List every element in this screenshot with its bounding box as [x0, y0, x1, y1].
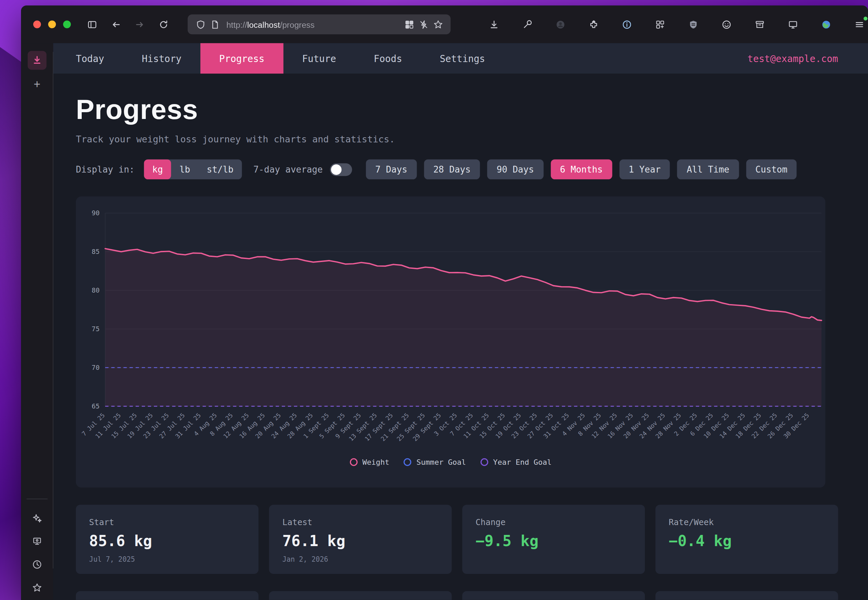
lightning-off-icon[interactable]: [417, 17, 430, 32]
app-root: TodayHistoryProgressFutureFoodsSettings …: [53, 43, 868, 600]
page-info-icon[interactable]: [208, 17, 222, 32]
range-button-90-days[interactable]: 90 Days: [487, 159, 544, 179]
reload-icon[interactable]: [155, 15, 172, 33]
range-button-7-days[interactable]: 7 Days: [366, 159, 417, 179]
legend-label: Year End Goal: [493, 458, 551, 467]
minimize-window-button[interactable]: [48, 20, 56, 28]
unit-button-kg[interactable]: kg: [144, 159, 171, 179]
range-button-6-months[interactable]: 6 Months: [551, 159, 612, 179]
url-text[interactable]: http://localhost/progress: [227, 20, 402, 29]
browser-titlebar: http://localhost/progress: [21, 5, 868, 43]
tracking-protection-shield-icon[interactable]: [193, 17, 208, 32]
vertical-toolbar: +: [21, 43, 53, 600]
weight-chart[interactable]: 9085807570657 Jul 2511 Jul 2515 Jul 2519…: [76, 197, 826, 457]
downloads-panel-button[interactable]: [28, 51, 47, 70]
menu-hamburger-icon[interactable]: [850, 15, 868, 33]
stat-card-start: Start85.6 kgJul 7, 2025: [76, 505, 259, 574]
page-subtitle: Track your weight loss journey with char…: [76, 134, 868, 144]
bookmarks-star-icon[interactable]: [28, 579, 46, 597]
new-tab-button[interactable]: +: [33, 77, 40, 91]
stat-value: 85.6 kg: [89, 533, 245, 550]
nav-item-future[interactable]: Future: [283, 43, 354, 74]
svg-text:85: 85: [92, 248, 100, 256]
stat-value: −9.5 kg: [476, 533, 631, 550]
zoom-window-button[interactable]: [63, 20, 71, 28]
menu-update-dot: [863, 17, 867, 20]
stat-label: Rate/Week: [669, 518, 825, 527]
history-clock-icon[interactable]: [28, 556, 46, 573]
stat-sub: Jul 7, 2025: [89, 555, 245, 564]
close-window-button[interactable]: [33, 20, 41, 28]
nav-item-today[interactable]: Today: [57, 43, 123, 74]
screen-monitor-icon[interactable]: [784, 15, 801, 33]
archive-box-icon[interactable]: [751, 15, 768, 33]
nav-item-foods[interactable]: Foods: [355, 43, 421, 74]
containers-icon[interactable]: [402, 17, 416, 32]
range-button-1-year[interactable]: 1 Year: [619, 159, 670, 179]
nav-item-progress[interactable]: Progress: [200, 43, 283, 74]
svg-text:80: 80: [92, 286, 100, 294]
range-button-28-days[interactable]: 28 Days: [424, 159, 480, 179]
wrench-icon[interactable]: [518, 15, 536, 33]
back-icon[interactable]: [107, 15, 124, 33]
account-avatar-icon[interactable]: [551, 15, 569, 33]
svg-text:75: 75: [92, 325, 100, 333]
nav-item-history[interactable]: History: [123, 43, 200, 74]
stat-card-stub: [76, 591, 259, 600]
page-content: Progress Track your weight loss journey …: [53, 74, 868, 600]
legend-item-year-end-goal: Year End Goal: [480, 458, 551, 467]
stat-label: Start: [89, 518, 245, 527]
unit-toggle-group: kglbst/lb: [144, 159, 241, 179]
legend-label: Weight: [362, 458, 389, 467]
sparkles-icon[interactable]: [28, 509, 46, 527]
apps-grid-plus-icon[interactable]: [651, 15, 669, 33]
legend-label: Summer Goal: [417, 458, 466, 467]
display-in-label: Display in:: [76, 164, 135, 174]
legend-circle-weight: [350, 458, 358, 466]
url-prefix: http://: [227, 20, 247, 29]
chart-legend: WeightSummer GoalYear End Goal: [76, 458, 826, 467]
stat-value: −0.4 kg: [669, 533, 825, 550]
device-sync-icon[interactable]: [28, 533, 46, 550]
chart-controls: Display in: kglbst/lb 7-day average 7 Da…: [76, 159, 868, 179]
stat-card-rate-week: Rate/Week−0.4 kg: [655, 505, 838, 574]
unit-button-lb[interactable]: lb: [171, 159, 198, 179]
stats-cards-row-2: [76, 591, 868, 600]
forward-icon: [130, 15, 148, 33]
bookmark-star-icon[interactable]: [430, 17, 445, 32]
traffic-lights: [33, 20, 71, 28]
address-bar[interactable]: http://localhost/progress: [188, 14, 451, 34]
desktop: http://localhost/progress: [0, 0, 868, 600]
downloads-icon[interactable]: [485, 15, 503, 33]
strip-divider: [26, 498, 47, 499]
stat-card-latest: Latest76.1 kgJan 2, 2026: [269, 505, 451, 574]
legend-circle-year-end-goal: [480, 458, 488, 466]
stat-label: Change: [476, 518, 631, 527]
feedback-smiley-icon[interactable]: [718, 15, 735, 33]
legend-item-weight: Weight: [350, 458, 389, 467]
stat-value: 76.1 kg: [282, 533, 438, 550]
range-button-all-time[interactable]: All Time: [677, 159, 738, 179]
avg-toggle-switch[interactable]: [330, 163, 352, 176]
toggle-knob: [331, 164, 341, 174]
url-path: /progress: [280, 20, 315, 29]
user-email[interactable]: test@example.com: [747, 53, 838, 64]
stat-card-stub: [269, 591, 451, 600]
ublock-shield-icon[interactable]: [684, 15, 702, 33]
avg-toggle-label: 7-day average: [253, 164, 323, 174]
unit-button-st-lb[interactable]: st/lb: [198, 159, 242, 179]
globe-icon[interactable]: [817, 15, 835, 33]
stats-cards-row: Start85.6 kgJul 7, 2025Latest76.1 kgJan …: [76, 505, 868, 574]
browser-window: http://localhost/progress: [21, 5, 868, 600]
sidebar-toggle-icon[interactable]: [83, 15, 101, 33]
info-icon[interactable]: [618, 15, 635, 33]
extensions-icon[interactable]: [585, 15, 602, 33]
range-button-group: 7 Days28 Days90 Days6 Months1 YearAll Ti…: [366, 159, 797, 179]
nav-item-settings[interactable]: Settings: [421, 43, 504, 74]
page-title: Progress: [76, 94, 868, 126]
stat-label: Latest: [282, 518, 438, 527]
svg-text:65: 65: [92, 402, 100, 410]
legend-circle-summer-goal: [404, 458, 412, 466]
range-button-custom[interactable]: Custom: [746, 159, 797, 179]
legend-item-summer-goal: Summer Goal: [404, 458, 466, 467]
